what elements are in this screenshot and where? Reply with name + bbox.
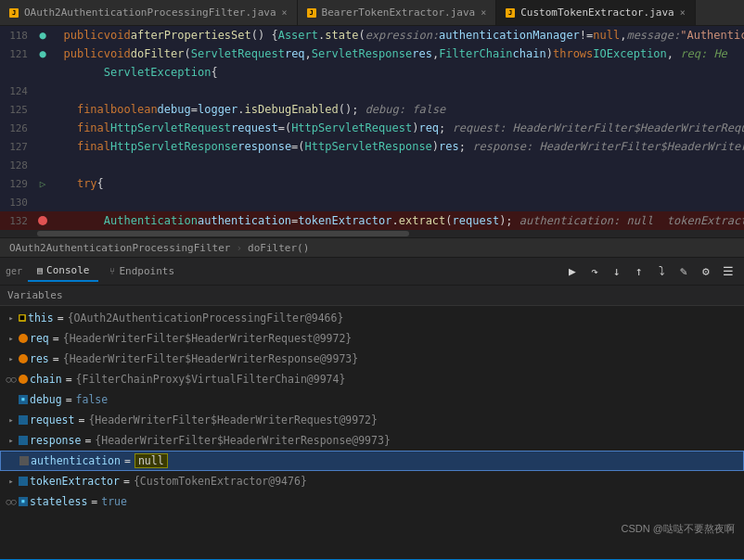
expand-request[interactable]: ▸ — [4, 413, 19, 427]
expand-req[interactable]: ▸ — [4, 331, 19, 346]
h-scrollbar[interactable] — [0, 230, 744, 237]
code-line-121: 121 ● public void doFilter(ServletReques… — [0, 45, 744, 63]
code-line-118: 118 ● public void afterPropertiesSet() {… — [0, 26, 744, 45]
this-var-icon: ■ — [19, 314, 26, 322]
circle-icon-121: ● — [39, 47, 45, 60]
tab-label-1: OAuth2AuthenticationProcessingFilter.jav… — [24, 6, 276, 19]
java-icon-1: J — [9, 8, 19, 18]
variables-panel: Variables ▸ ■ this = {OAuth2Authenticati… — [0, 286, 744, 559]
debug-var-icon: ▪ — [19, 395, 28, 404]
breadcrumb-sep: › — [236, 242, 242, 254]
expand-debug — [4, 392, 19, 407]
chain-var-icon — [19, 375, 28, 384]
close-tab-2[interactable]: × — [481, 7, 486, 18]
req-var-icon — [19, 334, 28, 343]
code-line-126: 126 final HttpServletRequest request = (… — [0, 119, 744, 137]
settings-button[interactable]: ⚙ — [696, 261, 716, 282]
run-to-cursor-button[interactable]: ⤵ — [651, 261, 672, 282]
breadcrumb-class: OAuth2AuthenticationProcessingFilter — [9, 242, 230, 254]
expand-res[interactable]: ▸ — [4, 351, 19, 366]
var-item-authentication[interactable]: authentication = null — [0, 451, 744, 471]
expand-token[interactable]: ▸ — [4, 474, 19, 489]
tab-bar: J OAuth2AuthenticationProcessingFilter.j… — [0, 0, 744, 26]
var-item-stateless[interactable]: ○○ ▪ stateless = true — [0, 491, 744, 512]
breadcrumb-bar: OAuth2AuthenticationProcessingFilter › d… — [0, 237, 744, 258]
breakpoint-132[interactable] — [38, 216, 47, 225]
fold-icon-129: ▷ — [40, 178, 46, 190]
tab-endpoints[interactable]: ⑂ Endpoints — [100, 261, 184, 281]
code-line-cont: ServletException { — [0, 63, 744, 82]
tab-console[interactable]: ▤ Console — [28, 261, 98, 282]
panel-header-label: Variables — [7, 289, 63, 301]
tab-label-2: BearerTokenExtractor.java — [322, 6, 476, 19]
step-out-button[interactable]: ↑ — [629, 261, 649, 282]
java-icon-2: J — [307, 8, 316, 18]
code-line-128: 128 — [0, 156, 744, 174]
resume-button[interactable]: ▶ — [562, 261, 583, 282]
code-editor: 118 ● public void afterPropertiesSet() {… — [0, 26, 744, 230]
tab-label-3: CustomTokenExtractor.java — [520, 6, 674, 19]
expand-response[interactable]: ▸ — [4, 433, 19, 448]
circle-icon-118: ● — [39, 29, 45, 42]
code-line-132: 132 Authentication authentication = toke… — [0, 211, 744, 230]
var-item-tokenextractor[interactable]: ▸ tokenExtractor = {CustomTokenExtractor… — [0, 471, 744, 491]
java-icon-3: J — [506, 8, 515, 18]
stateless-var-icon: ▪ — [19, 497, 28, 506]
var-item-req[interactable]: ▸ req = {HeaderWriterFilter$HeaderWriter… — [0, 328, 744, 349]
evaluate-button[interactable]: ✎ — [673, 261, 694, 282]
endpoints-icon: ⑂ — [109, 266, 115, 276]
var-item-this[interactable]: ▸ ■ this = {OAuth2AuthenticationProcessi… — [0, 308, 744, 328]
panel-header: Variables — [0, 286, 744, 306]
console-icon: ▤ — [37, 265, 43, 275]
tokenextractor-var-icon — [19, 477, 28, 486]
var-item-response[interactable]: ▸ response = {HeaderWriterFilter$HeaderW… — [0, 430, 744, 451]
debug-toolbar: ger ▤ Console ⑂ Endpoints ▶ ↷ ↓ ↑ ⤵ ✎ ⚙ … — [0, 258, 744, 286]
response-var-icon — [19, 436, 28, 445]
code-line-130: 130 — [0, 193, 744, 211]
tab-customextractor[interactable]: J CustomTokenExtractor.java × — [496, 0, 696, 25]
var-item-res[interactable]: ▸ res = {HeaderWriterFilter$HeaderWriter… — [0, 349, 744, 369]
tab-bearerextractor[interactable]: J BearerTokenExtractor.java × — [298, 0, 497, 25]
layout-button[interactable]: ☰ — [718, 261, 738, 282]
code-line-124: 124 — [0, 82, 744, 100]
expand-chain[interactable]: ○○ — [4, 372, 19, 387]
code-line-125: 125 final boolean debug = logger.isDebug… — [0, 100, 744, 119]
tab-oauth2filter[interactable]: J OAuth2AuthenticationProcessingFilter.j… — [0, 0, 298, 25]
res-var-icon — [19, 354, 28, 363]
expand-this[interactable]: ▸ — [4, 311, 19, 325]
step-into-button[interactable]: ↓ — [607, 261, 627, 282]
close-tab-1[interactable]: × — [282, 7, 288, 18]
close-tab-3[interactable]: × — [680, 7, 686, 18]
var-item-debug[interactable]: ▪ debug = false — [0, 389, 744, 410]
console-tab-label: Console — [46, 264, 89, 276]
var-item-request[interactable]: ▸ request = {HeaderWriterFilter$HeaderWr… — [0, 410, 744, 430]
request-var-icon — [19, 415, 28, 425]
watermark: CSDN @哒哒不要熬夜啊 — [622, 522, 735, 536]
expand-auth — [5, 453, 19, 468]
debug-side-label: ger — [6, 266, 22, 276]
code-line-129: 129 ▷ try { — [0, 174, 744, 193]
code-line-127: 127 final HttpServletResponse response =… — [0, 137, 744, 156]
var-list: ▸ ■ this = {OAuth2AuthenticationProcessi… — [0, 306, 744, 514]
expand-stateless: ○○ — [4, 494, 19, 509]
breadcrumb-method: doFilter() — [248, 242, 309, 254]
endpoints-tab-label: Endpoints — [119, 265, 174, 277]
var-item-chain[interactable]: ○○ chain = {FilterChainProxy$VirtualFilt… — [0, 369, 744, 389]
step-over-button[interactable]: ↷ — [584, 261, 605, 282]
h-scrollbar-thumb[interactable] — [37, 231, 409, 236]
auth-var-icon — [19, 456, 29, 465]
